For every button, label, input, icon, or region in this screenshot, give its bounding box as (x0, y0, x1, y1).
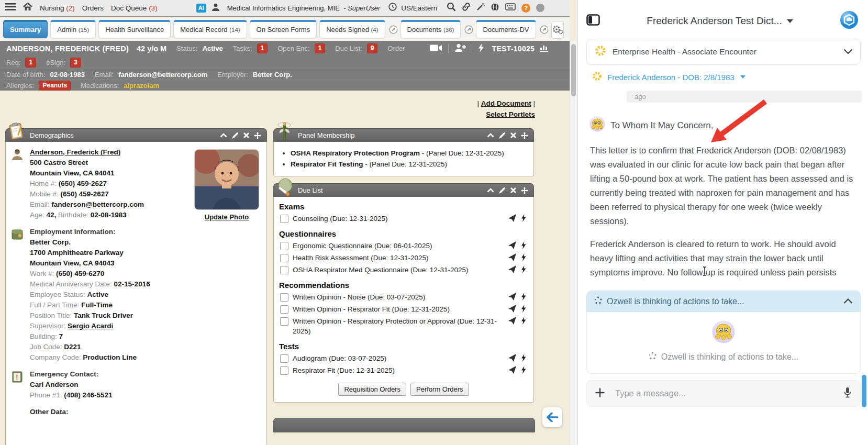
due-list-badge[interactable]: 9 (367, 43, 378, 53)
req-badge[interactable]: 1 (25, 58, 36, 68)
due-item-checkbox[interactable] (280, 305, 288, 314)
chat-patient-link[interactable]: Frederick Anderson - DOB: 2/8/1983 (592, 71, 868, 83)
send-icon[interactable] (508, 253, 516, 261)
wand-icon[interactable] (476, 3, 485, 13)
tab-admin[interactable]: Admin (15) (50, 20, 96, 38)
next-portlet-header-partial[interactable] (273, 418, 535, 432)
send-icon[interactable] (508, 305, 516, 313)
due-item-checkbox[interactable] (280, 293, 288, 302)
timezone-label[interactable]: US/Eastern (401, 4, 437, 12)
tab-settings-button[interactable] (551, 21, 564, 39)
external-link-icon[interactable] (389, 25, 398, 36)
send-icon[interactable] (508, 354, 516, 362)
due-list-header[interactable]: Due List (273, 183, 534, 197)
perform-orders-button[interactable]: Perform Orders (410, 383, 469, 396)
chevron-up-icon[interactable] (843, 297, 853, 306)
org-name[interactable]: Medical Informatics Engineering, MIE - S… (227, 4, 381, 12)
select-portlets-link[interactable]: Select Portlets (486, 110, 535, 118)
edit-icon[interactable] (499, 132, 506, 139)
send-icon[interactable] (508, 214, 516, 222)
close-icon[interactable] (510, 187, 516, 193)
tab-summary[interactable]: Summary (3, 20, 48, 38)
collapse-icon[interactable] (487, 188, 494, 193)
collapse-icon[interactable] (220, 133, 227, 138)
requisition-orders-button[interactable]: Requisition Orders (338, 383, 406, 396)
bolt-icon[interactable] (521, 354, 526, 362)
medications-value[interactable]: alprazolam (124, 82, 159, 90)
bolt-icon[interactable] (521, 241, 526, 249)
bolt-icon[interactable] (521, 366, 526, 374)
bolt-icon[interactable] (521, 253, 526, 261)
due-item-checkbox[interactable] (280, 215, 288, 223)
hamburger-menu-icon[interactable] (5, 3, 16, 13)
video-camera-icon[interactable] (430, 44, 442, 53)
tab-medical-record[interactable]: Medical Record (14) (173, 20, 247, 38)
collapse-icon[interactable] (487, 133, 494, 138)
due-item-checkbox[interactable] (280, 317, 288, 326)
ozwell-logo[interactable] (840, 10, 859, 31)
move-icon[interactable] (521, 132, 528, 139)
keyboard-icon[interactable] (505, 3, 516, 13)
due-item-checkbox[interactable] (280, 254, 288, 262)
demographics-portlet-header[interactable]: Demographics (5, 128, 267, 142)
close-icon[interactable] (510, 132, 516, 138)
search-icon[interactable] (447, 2, 456, 14)
chat-title[interactable]: Frederick Anderson Test Dict... (647, 15, 782, 27)
nav-orders[interactable]: Orders (82, 4, 104, 12)
edit-icon[interactable] (232, 132, 239, 139)
bolt-icon[interactable] (521, 305, 526, 313)
microphone-icon[interactable] (843, 387, 852, 400)
close-icon[interactable] (243, 132, 249, 138)
due-item-checkbox[interactable] (280, 366, 288, 375)
bolt-icon[interactable] (521, 214, 526, 222)
send-icon[interactable] (508, 366, 516, 374)
home-icon[interactable] (23, 3, 32, 13)
send-icon[interactable] (508, 241, 516, 249)
send-icon[interactable] (508, 293, 516, 301)
chat-scrollbar-thumb[interactable] (862, 375, 866, 407)
edit-icon[interactable] (499, 187, 506, 194)
supervisor-link[interactable]: Sergio Acardi (68, 322, 113, 330)
due-item-checkbox[interactable] (280, 242, 288, 250)
external-link-icon[interactable] (540, 25, 549, 36)
caret-down-icon[interactable] (787, 19, 793, 23)
collapse-chat-button[interactable] (542, 407, 562, 427)
due-item-checkbox[interactable] (280, 266, 288, 274)
external-link-icon[interactable] (464, 25, 473, 36)
encounter-selector[interactable]: Enterprise Health - Associate Encounter (586, 39, 861, 65)
bolt-icon[interactable] (521, 317, 526, 325)
link-icon[interactable] (462, 3, 471, 13)
emr-scrollbar[interactable] (570, 41, 577, 445)
tab-documents-dv[interactable]: Documents-DV (476, 20, 536, 38)
open-enc-badge[interactable]: 1 (315, 43, 326, 53)
add-attachment-icon[interactable] (595, 388, 605, 399)
tab-needs-signed[interactable]: Needs Signed (4) (319, 20, 385, 38)
move-icon[interactable] (254, 132, 261, 139)
emr-scrollbar-thumb[interactable] (571, 44, 576, 96)
panel-membership-header[interactable]: Panel Membership (273, 128, 534, 142)
quick-action-bolt-icon[interactable] (478, 43, 484, 54)
tab-on-screen-forms[interactable]: On Screen Forms (250, 20, 317, 38)
nav-doc-queue[interactable]: Doc Queue (3) (111, 4, 158, 12)
allergy-badge[interactable]: Peanuts (39, 81, 71, 91)
thinking-banner[interactable]: Ozwell is thinking of actions to take... (586, 291, 861, 312)
esign-badge[interactable]: 3 (70, 58, 81, 68)
move-icon[interactable] (521, 187, 528, 194)
ai-badge[interactable]: AI (196, 4, 206, 13)
add-document-link[interactable]: Add Document (481, 99, 531, 107)
update-photo-link[interactable]: Update Photo (205, 213, 249, 221)
tab-documents[interactable]: Documents (36) (400, 20, 461, 38)
add-person-icon[interactable] (454, 43, 466, 53)
panel-toggle-icon[interactable] (586, 14, 600, 28)
tasks-badge[interactable]: 1 (257, 43, 268, 53)
due-item-checkbox[interactable] (280, 354, 288, 363)
bolt-icon[interactable] (521, 265, 526, 273)
chat-message-input[interactable] (614, 388, 834, 399)
send-icon[interactable] (508, 317, 516, 325)
chart-stats-icon[interactable] (539, 43, 549, 54)
tab-health-surveillance[interactable]: Health Surveillance (98, 20, 171, 38)
globe-icon[interactable] (491, 3, 499, 14)
nav-nursing[interactable]: Nursing (2) (40, 4, 75, 12)
patient-name-link[interactable]: Anderson, Frederick (Fred) (30, 148, 120, 156)
user-avatar[interactable] (536, 4, 544, 12)
